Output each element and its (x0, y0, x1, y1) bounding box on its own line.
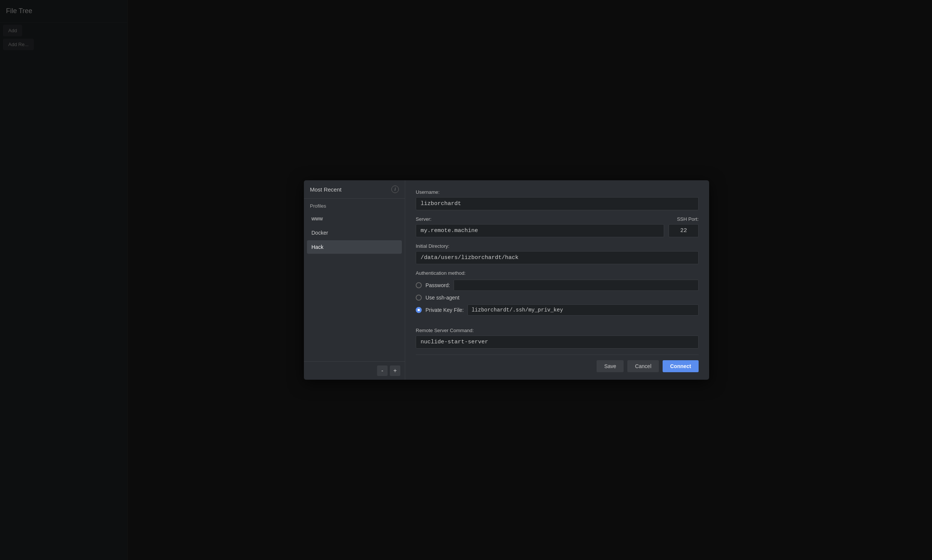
connect-button[interactable]: Connect (663, 360, 699, 372)
ssh-port-label: SSH Port: (669, 216, 699, 222)
server-input-wrap: Server: (416, 216, 664, 237)
ssh-port-wrap: SSH Port: (669, 216, 699, 237)
username-label: Username: (416, 189, 699, 195)
cancel-button[interactable]: Cancel (627, 360, 659, 372)
info-icon[interactable]: i (391, 186, 399, 193)
radio-private-key-row: Private Key File: (416, 305, 699, 315)
dialog-footer: Save Cancel Connect (416, 355, 699, 372)
server-label: Server: (416, 216, 664, 222)
server-row-wrap: Server: SSH Port: (416, 216, 699, 237)
initial-dir-label: Initial Directory: (416, 243, 699, 249)
auth-row: Authentication method: Password: Use ssh… (416, 270, 699, 322)
username-row: Username: (416, 189, 699, 210)
server-ssh-row: Server: SSH Port: (416, 216, 699, 237)
password-label: Password: (426, 282, 450, 288)
remote-cmd-label: Remote Server Command: (416, 328, 699, 333)
profiles-label: Profiles (310, 203, 326, 209)
ssh-port-input[interactable] (669, 224, 699, 237)
profile-item-www[interactable]: www (307, 212, 402, 225)
private-key-label: Private Key File: (426, 307, 464, 313)
profile-item-docker[interactable]: Docker (307, 226, 402, 240)
radio-private-key[interactable] (416, 307, 422, 313)
profiles-section: Profiles (304, 198, 405, 212)
ssh-agent-label: Use ssh-agent (426, 295, 459, 301)
right-panel: Username: Server: SSH Port: Initial Dire… (405, 180, 709, 380)
initial-dir-row: Initial Directory: (416, 243, 699, 264)
ssh-dialog: Most Recent i Profiles www Docker Hack -… (304, 180, 709, 380)
password-input[interactable] (454, 280, 699, 291)
remote-cmd-input[interactable] (416, 335, 699, 349)
profile-item-hack[interactable]: Hack (307, 240, 402, 254)
private-key-input[interactable] (468, 305, 699, 315)
initial-dir-input[interactable] (416, 251, 699, 264)
remote-cmd-row: Remote Server Command: (416, 328, 699, 349)
left-panel: Most Recent i Profiles www Docker Hack -… (304, 180, 405, 380)
radio-group: Password: Use ssh-agent Private Key File… (416, 280, 699, 315)
server-input[interactable] (416, 224, 664, 237)
remove-profile-button[interactable]: - (377, 365, 387, 376)
radio-password[interactable] (416, 282, 422, 288)
username-input[interactable] (416, 197, 699, 210)
radio-password-row: Password: (416, 280, 699, 291)
save-button[interactable]: Save (597, 360, 623, 372)
profile-actions: - + (304, 362, 405, 380)
add-profile-button[interactable]: + (390, 365, 400, 376)
auth-method-label: Authentication method: (416, 270, 699, 276)
most-recent-label: Most Recent (310, 186, 341, 193)
radio-ssh-agent[interactable] (416, 295, 422, 301)
most-recent-header: Most Recent i (304, 180, 405, 198)
profile-list: www Docker Hack (304, 212, 405, 362)
radio-ssh-agent-row: Use ssh-agent (416, 295, 699, 301)
